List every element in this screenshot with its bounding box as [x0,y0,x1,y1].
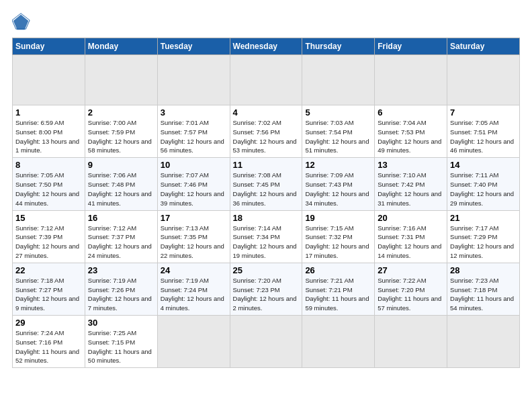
calendar-week-0 [13,55,520,105]
calendar-cell [302,55,375,105]
calendar-cell: 1 Sunrise: 6:59 AMSunset: 8:00 PMDayligh… [13,105,85,158]
calendar-cell [375,316,447,368]
day-header-sunday: Sunday [13,38,85,55]
calendar-cell: 30 Sunrise: 7:25 AMSunset: 7:15 PMDaylig… [85,316,157,368]
page: SundayMondayTuesdayWednesdayThursdayFrid… [0,0,532,375]
day-number: 28 [450,265,517,275]
day-number: 7 [450,107,517,118]
calendar-cell [157,316,230,368]
calendar-cell: 17 Sunrise: 7:13 AMSunset: 7:35 PMDaylig… [157,210,230,263]
day-info: Sunrise: 7:14 AMSunset: 7:34 PMDaylight:… [233,224,297,259]
calendar-cell [157,55,230,105]
day-number: 6 [378,107,444,118]
calendar-cell [85,55,157,105]
day-info: Sunrise: 6:59 AMSunset: 8:00 PMDaylight:… [15,119,79,154]
day-info: Sunrise: 7:22 AMSunset: 7:20 PMDaylight:… [378,277,441,312]
calendar-week-3: 15 Sunrise: 7:12 AMSunset: 7:39 PMDaylig… [13,210,520,263]
calendar-cell: 10 Sunrise: 7:07 AMSunset: 7:46 PMDaylig… [157,158,230,210]
day-header-tuesday: Tuesday [157,38,230,55]
day-number: 25 [233,265,300,275]
day-info: Sunrise: 7:20 AMSunset: 7:23 PMDaylight:… [233,277,297,312]
day-number: 18 [233,213,300,223]
day-info: Sunrise: 7:01 AMSunset: 7:57 PMDaylight:… [161,119,224,154]
header [12,12,520,31]
calendar-cell: 28 Sunrise: 7:23 AMSunset: 7:18 PMDaylig… [447,263,520,315]
day-header-thursday: Thursday [302,38,375,55]
calendar-week-5: 29 Sunrise: 7:24 AMSunset: 7:16 PMDaylig… [13,316,520,368]
calendar-cell: 22 Sunrise: 7:18 AMSunset: 7:27 PMDaylig… [13,263,85,315]
day-number: 2 [88,107,154,118]
calendar-cell: 18 Sunrise: 7:14 AMSunset: 7:34 PMDaylig… [230,210,302,263]
calendar-cell: 29 Sunrise: 7:24 AMSunset: 7:16 PMDaylig… [13,316,85,368]
calendar-table: SundayMondayTuesdayWednesdayThursdayFrid… [12,38,520,368]
day-number: 24 [161,265,227,275]
day-number: 27 [378,265,444,275]
calendar-cell [13,55,85,105]
day-header-friday: Friday [375,38,447,55]
day-info: Sunrise: 7:21 AMSunset: 7:21 PMDaylight:… [305,277,369,312]
calendar-cell: 11 Sunrise: 7:08 AMSunset: 7:45 PMDaylig… [230,158,302,210]
calendar-week-1: 1 Sunrise: 6:59 AMSunset: 8:00 PMDayligh… [13,105,520,158]
day-info: Sunrise: 7:07 AMSunset: 7:46 PMDaylight:… [161,171,224,206]
header-row: SundayMondayTuesdayWednesdayThursdayFrid… [13,38,520,55]
day-info: Sunrise: 7:03 AMSunset: 7:54 PMDaylight:… [305,119,369,154]
day-header-saturday: Saturday [447,38,520,55]
day-info: Sunrise: 7:17 AMSunset: 7:29 PMDaylight:… [450,224,514,259]
calendar-cell [230,316,302,368]
day-number: 4 [233,107,300,118]
calendar-cell [447,316,520,368]
calendar-cell: 20 Sunrise: 7:16 AMSunset: 7:31 PMDaylig… [375,210,447,263]
calendar-cell: 6 Sunrise: 7:04 AMSunset: 7:53 PMDayligh… [375,105,447,158]
day-info: Sunrise: 7:05 AMSunset: 7:50 PMDaylight:… [15,171,79,206]
calendar-cell: 27 Sunrise: 7:22 AMSunset: 7:20 PMDaylig… [375,263,447,315]
day-number: 30 [88,318,154,328]
day-info: Sunrise: 7:04 AMSunset: 7:53 PMDaylight:… [378,119,441,154]
day-number: 19 [305,213,371,223]
day-info: Sunrise: 7:16 AMSunset: 7:31 PMDaylight:… [378,224,441,259]
day-info: Sunrise: 7:13 AMSunset: 7:35 PMDaylight:… [161,224,224,259]
calendar-cell: 21 Sunrise: 7:17 AMSunset: 7:29 PMDaylig… [447,210,520,263]
calendar-cell [375,55,447,105]
day-info: Sunrise: 7:12 AMSunset: 7:37 PMDaylight:… [88,224,152,259]
day-number: 16 [88,213,154,223]
day-info: Sunrise: 7:05 AMSunset: 7:51 PMDaylight:… [450,119,514,154]
calendar-cell: 25 Sunrise: 7:20 AMSunset: 7:23 PMDaylig… [230,263,302,315]
day-number: 23 [88,265,154,275]
day-header-wednesday: Wednesday [230,38,302,55]
calendar-cell: 2 Sunrise: 7:00 AMSunset: 7:59 PMDayligh… [85,105,157,158]
day-number: 9 [88,160,154,170]
day-number: 29 [15,318,82,328]
day-number: 1 [15,107,82,118]
day-info: Sunrise: 7:19 AMSunset: 7:24 PMDaylight:… [161,277,224,312]
calendar-cell: 14 Sunrise: 7:11 AMSunset: 7:40 PMDaylig… [447,158,520,210]
day-number: 13 [378,160,444,170]
calendar-cell: 12 Sunrise: 7:09 AMSunset: 7:43 PMDaylig… [302,158,375,210]
day-number: 3 [161,107,227,118]
day-header-monday: Monday [85,38,157,55]
day-number: 11 [233,160,300,170]
day-info: Sunrise: 7:15 AMSunset: 7:32 PMDaylight:… [305,224,369,259]
calendar-cell: 8 Sunrise: 7:05 AMSunset: 7:50 PMDayligh… [13,158,85,210]
calendar-week-2: 8 Sunrise: 7:05 AMSunset: 7:50 PMDayligh… [13,158,520,210]
day-info: Sunrise: 7:19 AMSunset: 7:26 PMDaylight:… [88,277,152,312]
day-number: 20 [378,213,444,223]
day-info: Sunrise: 7:11 AMSunset: 7:40 PMDaylight:… [450,171,514,206]
calendar-cell [447,55,520,105]
day-number: 10 [161,160,227,170]
calendar-cell: 7 Sunrise: 7:05 AMSunset: 7:51 PMDayligh… [447,105,520,158]
day-number: 21 [450,213,517,223]
day-number: 17 [161,213,227,223]
calendar-cell [302,316,375,368]
calendar-week-4: 22 Sunrise: 7:18 AMSunset: 7:27 PMDaylig… [13,263,520,315]
day-number: 5 [305,107,371,118]
day-number: 8 [15,160,82,170]
day-number: 14 [450,160,517,170]
day-info: Sunrise: 7:10 AMSunset: 7:42 PMDaylight:… [378,171,441,206]
logo [12,12,34,31]
day-info: Sunrise: 7:00 AMSunset: 7:59 PMDaylight:… [88,119,152,154]
calendar-cell: 16 Sunrise: 7:12 AMSunset: 7:37 PMDaylig… [85,210,157,263]
day-info: Sunrise: 7:23 AMSunset: 7:18 PMDaylight:… [450,277,514,312]
day-info: Sunrise: 7:24 AMSunset: 7:16 PMDaylight:… [15,329,79,364]
calendar-cell: 19 Sunrise: 7:15 AMSunset: 7:32 PMDaylig… [302,210,375,263]
calendar-cell: 5 Sunrise: 7:03 AMSunset: 7:54 PMDayligh… [302,105,375,158]
